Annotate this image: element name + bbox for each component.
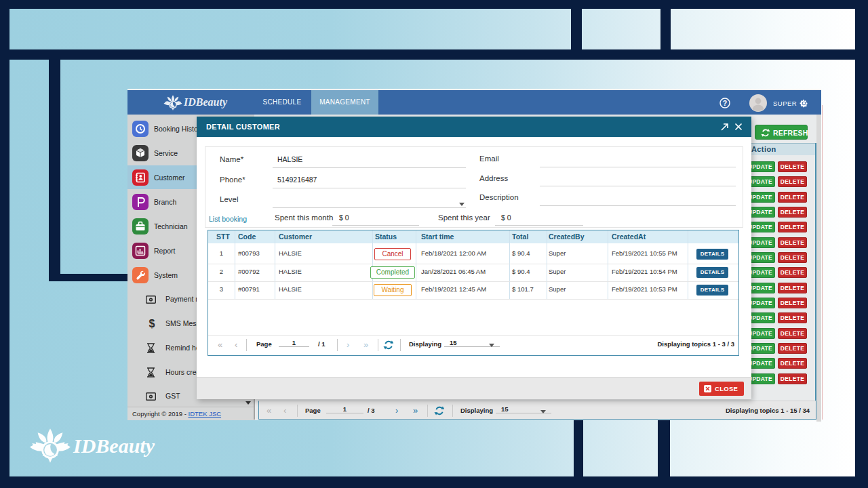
- svg-text:?: ?: [723, 99, 727, 107]
